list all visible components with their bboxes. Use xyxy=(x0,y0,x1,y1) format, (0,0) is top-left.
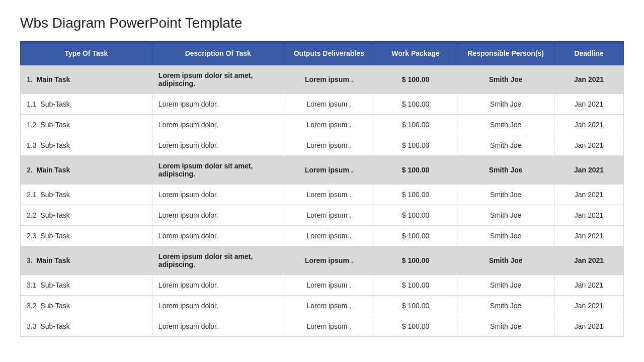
header-type-of-task: Type Of Task xyxy=(21,42,152,65)
cell-outputs: Lorem ipsum . xyxy=(284,94,374,115)
cell-work-package: $ 100.00 xyxy=(374,275,457,296)
table-row: 2.1 Sub-TaskLorem ipsum dolor.Lorem ipsu… xyxy=(21,185,624,205)
cell-responsible-person: Smith Joe xyxy=(457,65,554,94)
cell-deadline: Jan 2021 xyxy=(554,115,624,135)
table-row: 3.3 Sub-TaskLorem ipsum dolor.Lorem ipsu… xyxy=(21,316,624,337)
cell-deadline: Jan 2021 xyxy=(554,156,624,185)
cell-work-package: $ 100.00 xyxy=(374,205,457,226)
header-outputs-deliverables: Outputs Deliverables xyxy=(284,42,374,65)
cell-responsible-person: Smith Joe xyxy=(457,275,554,296)
cell-type-of-task: 2.1 Sub-Task xyxy=(21,185,152,205)
cell-outputs: Lorem ipsum . xyxy=(284,316,374,337)
cell-outputs: Lorem ipsum . xyxy=(284,65,374,94)
cell-work-package: $ 100.00 xyxy=(374,185,457,205)
cell-work-package: $ 100.00 xyxy=(374,156,457,185)
table-row: 1. Main TaskLorem ipsum dolor sit amet, … xyxy=(21,65,624,94)
cell-deadline: Jan 2021 xyxy=(554,94,624,115)
cell-outputs: Lorem ipsum . xyxy=(284,185,374,205)
cell-responsible-person: Smith Joe xyxy=(457,135,554,156)
cell-deadline: Jan 2021 xyxy=(554,205,624,226)
task-number: 3.1 xyxy=(27,281,36,289)
header-deadline: Deadline xyxy=(554,42,624,65)
page-title: Wbs Diagram PowerPoint Template xyxy=(20,15,624,31)
header-work-package: Work Package xyxy=(374,42,457,65)
cell-type-of-task: 3.3 Sub-Task xyxy=(21,316,152,337)
cell-description: Lorem ipsum dolor. xyxy=(152,316,284,337)
cell-description: Lorem ipsum dolor. xyxy=(152,185,284,205)
cell-work-package: $ 100.00 xyxy=(374,316,457,337)
table-row: 3.1 Sub-TaskLorem ipsum dolor.Lorem ipsu… xyxy=(21,275,624,296)
table-row: 2. Main TaskLorem ipsum dolor sit amet, … xyxy=(21,156,624,185)
cell-responsible-person: Smith Joe xyxy=(457,185,554,205)
cell-type-of-task: 2.2 Sub-Task xyxy=(21,205,152,226)
header-description-of-task: Description Of Task xyxy=(152,42,284,65)
cell-type-of-task: 1.1 Sub-Task xyxy=(21,94,152,115)
cell-outputs: Lorem ipsum . xyxy=(284,296,374,316)
cell-type-of-task: 3.2 Sub-Task xyxy=(21,296,152,316)
table-row: 1.1 Sub-TaskLorem ipsum dolor.Lorem ipsu… xyxy=(21,94,624,115)
cell-responsible-person: Smith Joe xyxy=(457,246,554,275)
cell-type-of-task: 3. Main Task xyxy=(21,246,152,275)
cell-deadline: Jan 2021 xyxy=(554,316,624,337)
table-row: 2.3 Sub-TaskLorem ipsum dolor.Lorem ipsu… xyxy=(21,226,624,246)
cell-description: Lorem ipsum dolor sit amet, adipiscing. xyxy=(152,156,284,185)
cell-work-package: $ 100.00 xyxy=(374,135,457,156)
cell-outputs: Lorem ipsum . xyxy=(284,115,374,135)
wbs-table: Type Of Task Description Of Task Outputs… xyxy=(20,41,624,337)
task-number: 1.1 xyxy=(27,100,36,108)
cell-work-package: $ 100.00 xyxy=(374,65,457,94)
table-row: 3. Main TaskLorem ipsum dolor sit amet, … xyxy=(21,246,624,275)
cell-work-package: $ 100.00 xyxy=(374,246,457,275)
table-row: 3.2 Sub-TaskLorem ipsum dolor.Lorem ipsu… xyxy=(21,296,624,316)
cell-description: Lorem ipsum dolor. xyxy=(152,226,284,246)
cell-responsible-person: Smith Joe xyxy=(457,205,554,226)
cell-deadline: Jan 2021 xyxy=(554,185,624,205)
cell-type-of-task: 2. Main Task xyxy=(21,156,152,185)
cell-description: Lorem ipsum dolor. xyxy=(152,94,284,115)
cell-type-of-task: 2.3 Sub-Task xyxy=(21,226,152,246)
cell-description: Lorem ipsum dolor. xyxy=(152,296,284,316)
cell-deadline: Jan 2021 xyxy=(554,135,624,156)
cell-type-of-task: 3.1 Sub-Task xyxy=(21,275,152,296)
cell-outputs: Lorem ipsum . xyxy=(284,135,374,156)
task-number: 1. xyxy=(27,75,33,83)
cell-deadline: Jan 2021 xyxy=(554,296,624,316)
cell-description: Lorem ipsum dolor sit amet, adipiscing. xyxy=(152,65,284,94)
task-number: 3. xyxy=(27,256,33,264)
task-number: 2.2 xyxy=(27,211,36,219)
cell-responsible-person: Smith Joe xyxy=(457,296,554,316)
cell-type-of-task: 1.2 Sub-Task xyxy=(21,115,152,135)
cell-responsible-person: Smith Joe xyxy=(457,156,554,185)
cell-type-of-task: 1. Main Task xyxy=(21,65,152,94)
cell-outputs: Lorem ipsum . xyxy=(284,205,374,226)
task-number: 1.3 xyxy=(27,141,36,149)
cell-work-package: $ 100.00 xyxy=(374,94,457,115)
header-responsible-persons: Responsible Person(s) xyxy=(457,42,554,65)
cell-responsible-person: Smith Joe xyxy=(457,115,554,135)
cell-responsible-person: Smith Joe xyxy=(457,94,554,115)
cell-outputs: Lorem ipsum . xyxy=(284,275,374,296)
cell-work-package: $ 100.00 xyxy=(374,226,457,246)
cell-responsible-person: Smith Joe xyxy=(457,316,554,337)
cell-description: Lorem ipsum dolor sit amet, adipiscing. xyxy=(152,246,284,275)
task-number: 2.1 xyxy=(27,191,36,199)
cell-deadline: Jan 2021 xyxy=(554,246,624,275)
cell-outputs: Lorem ipsum . xyxy=(284,226,374,246)
task-number: 2. xyxy=(27,166,33,174)
table-header-row: Type Of Task Description Of Task Outputs… xyxy=(21,42,624,65)
task-number: 1.2 xyxy=(27,121,36,129)
table-row: 1.3 Sub-TaskLorem ipsum dolor.Lorem ipsu… xyxy=(21,135,624,156)
task-number: 3.3 xyxy=(27,322,36,330)
cell-deadline: Jan 2021 xyxy=(554,275,624,296)
cell-description: Lorem ipsum dolor. xyxy=(152,115,284,135)
task-number: 3.2 xyxy=(27,302,36,310)
cell-description: Lorem ipsum dolor. xyxy=(152,135,284,156)
cell-deadline: Jan 2021 xyxy=(554,226,624,246)
cell-work-package: $ 100.00 xyxy=(374,115,457,135)
cell-deadline: Jan 2021 xyxy=(554,65,624,94)
cell-description: Lorem ipsum dolor. xyxy=(152,275,284,296)
task-number: 2.3 xyxy=(27,232,36,240)
cell-outputs: Lorem ipsum . xyxy=(284,246,374,275)
cell-work-package: $ 100.00 xyxy=(374,296,457,316)
table-row: 2.2 Sub-TaskLorem ipsum dolor.Lorem ipsu… xyxy=(21,205,624,226)
